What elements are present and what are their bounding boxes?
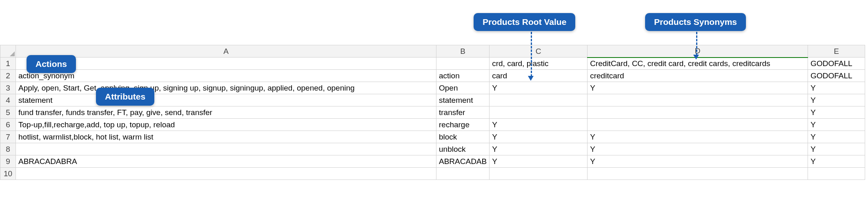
cell[interactable]: crd, card, plastic <box>490 58 588 70</box>
cell[interactable]: GODOFALL <box>808 70 865 82</box>
cell[interactable]: Y <box>490 119 588 131</box>
cell[interactable]: Y <box>490 143 588 155</box>
row-header[interactable]: 7 <box>0 131 16 143</box>
cell[interactable] <box>588 119 808 131</box>
cell[interactable]: creditcard <box>588 70 808 82</box>
col-header-B[interactable]: B <box>436 45 490 58</box>
table-row[interactable]: 1 crd, card, plastic CreditCard, CC, cre… <box>0 58 865 70</box>
cell[interactable]: Y <box>808 131 865 143</box>
col-header-E[interactable]: E <box>808 45 865 58</box>
cell[interactable]: action <box>436 70 490 82</box>
cell[interactable]: Open <box>436 82 490 94</box>
cell[interactable] <box>490 106 588 119</box>
cell[interactable]: Apply, open, Start, Get, applying, sign … <box>16 82 436 94</box>
col-header-D[interactable]: D <box>588 45 808 58</box>
cell[interactable] <box>588 94 808 106</box>
cell[interactable]: Y <box>490 131 588 143</box>
cell[interactable]: transfer <box>436 106 490 119</box>
table-row[interactable]: 7 hotlist, warmlist,block, hot list, war… <box>0 131 865 143</box>
cell[interactable] <box>16 143 436 155</box>
cell[interactable]: fund transfer, funds transfer, FT, pay, … <box>16 106 436 119</box>
cell[interactable]: Top-up,fill,recharge,add, top up, topup,… <box>16 119 436 131</box>
table-row[interactable]: 8 unblock Y Y Y <box>0 143 865 155</box>
cell[interactable] <box>588 168 808 180</box>
select-all-triangle[interactable] <box>0 45 16 58</box>
cell[interactable] <box>490 168 588 180</box>
table-row[interactable]: 9 ABRACADABRA ABRACADAB Y Y Y <box>0 155 865 168</box>
row-header[interactable]: 3 <box>0 82 16 94</box>
cell[interactable]: statement <box>16 94 436 106</box>
cell[interactable] <box>16 168 436 180</box>
row-header[interactable]: 4 <box>0 94 16 106</box>
callout-products-synonyms: Products Synonyms <box>645 13 746 31</box>
cell[interactable]: card <box>490 70 588 82</box>
col-header-A[interactable]: A <box>16 45 436 58</box>
cell[interactable]: Y <box>588 155 808 168</box>
cell[interactable] <box>490 94 588 106</box>
grid-body: 1 crd, card, plastic CreditCard, CC, cre… <box>0 58 865 180</box>
table-row[interactable]: 5 fund transfer, funds transfer, FT, pay… <box>0 106 865 119</box>
cell[interactable] <box>16 58 436 70</box>
cell[interactable]: Y <box>808 82 865 94</box>
cell[interactable]: Y <box>808 94 865 106</box>
spreadsheet-screenshot: Products Root Value Products Synonyms Ac… <box>0 0 868 215</box>
cell[interactable]: Y <box>490 82 588 94</box>
cell[interactable]: Y <box>490 155 588 168</box>
cell[interactable]: ABRACADAB <box>436 155 490 168</box>
callout-attributes: Attributes <box>96 88 154 106</box>
row-header[interactable]: 8 <box>0 143 16 155</box>
cell[interactable]: CreditCard, CC, credit card, credit card… <box>588 58 808 70</box>
column-header-row[interactable]: A B C D E <box>0 45 865 58</box>
callout-products-root: Products Root Value <box>474 13 575 31</box>
cell[interactable]: Y <box>808 119 865 131</box>
row-header[interactable]: 2 <box>0 70 16 82</box>
row-header[interactable]: 10 <box>0 168 16 180</box>
row-header[interactable]: 6 <box>0 119 16 131</box>
cell[interactable]: Y <box>588 143 808 155</box>
col-header-C[interactable]: C <box>490 45 588 58</box>
cell[interactable]: ABRACADABRA <box>16 155 436 168</box>
cell[interactable]: Y <box>808 155 865 168</box>
cell[interactable]: statement <box>436 94 490 106</box>
cell[interactable] <box>588 106 808 119</box>
spreadsheet-grid[interactable]: A B C D E 1 crd, card, plastic CreditCar… <box>0 45 865 180</box>
table-row[interactable]: 10 <box>0 168 865 180</box>
cell[interactable]: Y <box>808 143 865 155</box>
cell[interactable]: action_synonym <box>16 70 436 82</box>
cell[interactable] <box>808 168 865 180</box>
callout-actions: Actions <box>27 55 76 73</box>
cell[interactable]: Y <box>808 106 865 119</box>
cell[interactable] <box>436 168 490 180</box>
cell[interactable]: unblock <box>436 143 490 155</box>
cell[interactable]: block <box>436 131 490 143</box>
cell[interactable]: Y <box>588 82 808 94</box>
row-header[interactable]: 9 <box>0 155 16 168</box>
cell[interactable]: Y <box>588 131 808 143</box>
cell[interactable] <box>436 58 490 70</box>
row-header[interactable]: 1 <box>0 58 16 70</box>
annotation-layer: Products Root Value Products Synonyms <box>0 0 868 45</box>
table-row[interactable]: 2 action_synonym action card creditcard … <box>0 70 865 82</box>
cell[interactable]: GODOFALL <box>808 58 865 70</box>
row-header[interactable]: 5 <box>0 106 16 119</box>
cell[interactable]: recharge <box>436 119 490 131</box>
cell[interactable]: hotlist, warmlist,block, hot list, warm … <box>16 131 436 143</box>
table-row[interactable]: 6 Top-up,fill,recharge,add, top up, topu… <box>0 119 865 131</box>
